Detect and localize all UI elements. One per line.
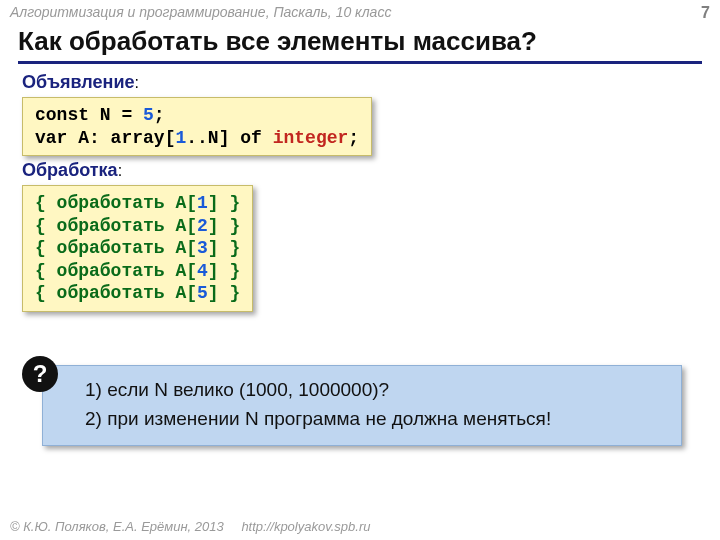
code-integer: integer [273,128,349,148]
declaration-label-text: Объявление [22,72,135,92]
code-a: A: [67,128,99,148]
processing-codebox: { обработать A[1] } { обработать A[2] } … [22,185,253,312]
code-comment-4: { обработать A[4] } [35,260,240,283]
question-line-1: 1) если N велико (1000, 1000000)? [85,376,665,405]
footer-copyright: © К.Ю. Поляков, Е.А. Ерёмин, 2013 [10,519,224,534]
code-kw-array: array [100,128,165,148]
page-number: 7 [701,4,710,22]
code-line-2: var A: array[1..N] of integer; [35,127,359,150]
code-one: 1 [175,128,186,148]
processing-section: Обработка: { обработать A[1] } { обработ… [22,160,253,312]
question-mark-icon: ? [22,356,58,392]
footer-url: http://kpolyakov.spb.ru [241,519,370,534]
code-n: N [89,105,111,125]
declaration-label: Объявление: [22,72,372,93]
course-name: Алгоритмизация и программирование, Паска… [10,4,391,22]
processing-colon: : [118,162,122,179]
slide-title: Как обработать все элементы массива? [18,26,702,64]
processing-label: Обработка: [22,160,253,181]
code-eq: = [111,105,133,125]
code-comment-5: { обработать A[5] } [35,282,240,305]
code-line-1: const N = 5; [35,104,359,127]
code-semi1: ; [154,105,165,125]
declaration-codebox: const N = 5; var A: array[1..N] of integ… [22,97,372,156]
code-of: of [229,128,272,148]
code-semi2: ; [348,128,359,148]
question-box: 1) если N велико (1000, 1000000)? 2) при… [42,365,682,446]
question-line-2: 2) при изменении N программа не должна м… [85,405,665,434]
processing-label-text: Обработка [22,160,118,180]
code-kw-var: var [35,128,67,148]
code-five: 5 [132,105,154,125]
declaration-colon: : [135,74,139,91]
code-kw-const: const [35,105,89,125]
code-comment-2: { обработать A[2] } [35,215,240,238]
code-lb: [ [165,128,176,148]
code-comment-3: { обработать A[3] } [35,237,240,260]
header-bar: Алгоритмизация и программирование, Паска… [10,4,710,22]
code-comment-1: { обработать A[1] } [35,192,240,215]
footer: © К.Ю. Поляков, Е.А. Ерёмин, 2013 http:/… [10,519,370,534]
declaration-section: Объявление: const N = 5; var A: array[1.… [22,72,372,156]
code-rng: ..N] [186,128,229,148]
